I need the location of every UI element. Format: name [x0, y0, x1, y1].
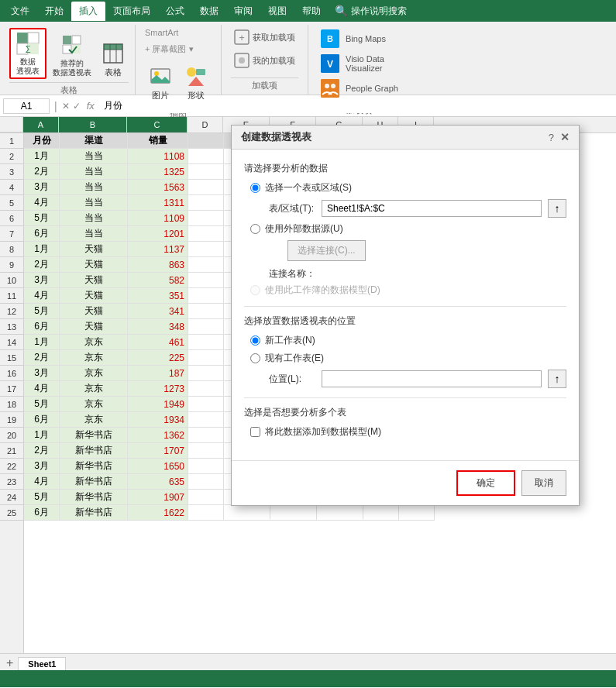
row-header-6[interactable]: 6: [0, 211, 23, 226]
cell-13-B[interactable]: 天猫: [60, 319, 128, 335]
cell-25-G[interactable]: [317, 505, 363, 521]
cell-17-B[interactable]: 京东: [60, 381, 128, 397]
external-source-radio[interactable]: [250, 224, 260, 234]
name-box[interactable]: [3, 98, 50, 114]
cell-20-C[interactable]: 1362: [128, 428, 188, 443]
cell-6-D[interactable]: [188, 211, 224, 226]
cell-5-A[interactable]: 4月: [24, 195, 60, 211]
cell-21-A[interactable]: 2月: [24, 443, 60, 459]
formula-input[interactable]: [101, 99, 613, 113]
cell-19-A[interactable]: 6月: [24, 412, 60, 428]
row-header-19[interactable]: 19: [0, 412, 23, 428]
cell-20-A[interactable]: 1月: [24, 428, 60, 443]
table-range-input[interactable]: [322, 200, 542, 217]
cell-17-C[interactable]: 1273: [128, 381, 188, 397]
row-header-10[interactable]: 10: [0, 273, 23, 288]
row-header-8[interactable]: 8: [0, 242, 23, 257]
cell-14-A[interactable]: 1月: [24, 335, 60, 350]
cell-21-B[interactable]: 新华书店: [60, 443, 128, 459]
cell-8-B[interactable]: 天猫: [60, 242, 128, 257]
cell-12-D[interactable]: [188, 304, 224, 319]
cell-22-C[interactable]: 1650: [128, 459, 188, 474]
cell-25-F[interactable]: [270, 505, 317, 521]
select-connection-button[interactable]: 选择连接(C)...: [287, 240, 366, 261]
cell-3-A[interactable]: 2月: [24, 164, 60, 180]
cell-23-D[interactable]: [188, 474, 224, 490]
cell-20-D[interactable]: [188, 428, 224, 443]
cell-21-D[interactable]: [188, 443, 224, 459]
cell-13-A[interactable]: 6月: [24, 319, 60, 335]
cell-9-B[interactable]: 天猫: [60, 257, 128, 273]
visio-button[interactable]: V Visio DataVisualizer: [318, 53, 387, 74]
add-sheet-button[interactable]: +: [3, 656, 16, 670]
cell-7-C[interactable]: 1201: [128, 226, 188, 242]
cell-5-D[interactable]: [188, 195, 224, 211]
cell-7-B[interactable]: 当当: [60, 226, 128, 242]
cell-10-B[interactable]: 天猫: [60, 273, 128, 288]
cell-19-C[interactable]: 1934: [128, 412, 188, 428]
cell-15-D[interactable]: [188, 350, 224, 366]
cell-15-A[interactable]: 2月: [24, 350, 60, 366]
table-button[interactable]: 表格: [98, 40, 129, 79]
row-header-25[interactable]: 25: [0, 505, 23, 521]
cell-15-B[interactable]: 京东: [60, 350, 128, 366]
cell-22-D[interactable]: [188, 459, 224, 474]
existing-sheet-radio[interactable]: [250, 353, 260, 363]
cell-10-C[interactable]: 582: [128, 273, 188, 288]
people-graph-button[interactable]: People Graph: [318, 77, 401, 99]
cell-14-B[interactable]: 京东: [60, 335, 128, 350]
location-picker-button[interactable]: ↑: [548, 370, 566, 388]
cell-19-B[interactable]: 京东: [60, 412, 128, 428]
cell-6-C[interactable]: 1109: [128, 211, 188, 226]
shape-button[interactable]: 形状: [181, 63, 212, 102]
cell-22-B[interactable]: 新华书店: [60, 459, 128, 474]
close-button[interactable]: ✕: [560, 131, 570, 143]
location-input[interactable]: [322, 370, 542, 387]
table-range-picker-button[interactable]: ↑: [548, 199, 566, 218]
col-header-b[interactable]: B: [59, 117, 127, 132]
cell-24-B[interactable]: 新华书店: [60, 490, 128, 505]
cell-2-C[interactable]: 1108: [128, 149, 188, 164]
cell-25-A[interactable]: 6月: [24, 505, 60, 521]
cell-25-E[interactable]: [224, 505, 270, 521]
cell-10-D[interactable]: [188, 273, 224, 288]
cell-13-C[interactable]: 348: [128, 319, 188, 335]
sheet-tab-1[interactable]: Sheet1: [18, 657, 66, 670]
cell-21-C[interactable]: 1707: [128, 443, 188, 459]
cell-20-B[interactable]: 新华书店: [60, 428, 128, 443]
cell-12-C[interactable]: 341: [128, 304, 188, 319]
cell-18-A[interactable]: 5月: [24, 397, 60, 412]
cell-12-B[interactable]: 天猫: [60, 304, 128, 319]
cell-19-D[interactable]: [188, 412, 224, 428]
cell-11-A[interactable]: 4月: [24, 288, 60, 304]
row-header-23[interactable]: 23: [0, 474, 23, 490]
cell-14-D[interactable]: [188, 335, 224, 350]
cell-18-D[interactable]: [188, 397, 224, 412]
menu-review[interactable]: 审阅: [226, 2, 260, 21]
cell-3-C[interactable]: 1325: [128, 164, 188, 180]
search-bar[interactable]: 🔍 操作说明搜索: [335, 5, 407, 18]
row-header-7[interactable]: 7: [0, 226, 23, 242]
cell-16-D[interactable]: [188, 366, 224, 381]
cell-9-A[interactable]: 2月: [24, 257, 60, 273]
cell-11-C[interactable]: 351: [128, 288, 188, 304]
cell-5-B[interactable]: 当当: [60, 195, 128, 211]
menu-help[interactable]: 帮助: [294, 2, 329, 21]
menu-page-layout[interactable]: 页面布局: [105, 2, 158, 21]
cell-17-A[interactable]: 4月: [24, 381, 60, 397]
cell-13-D[interactable]: [188, 319, 224, 335]
cell-8-C[interactable]: 1137: [128, 242, 188, 257]
get-addins-button[interactable]: + 获取加载项: [231, 28, 298, 46]
cell-24-C[interactable]: 1907: [128, 490, 188, 505]
row-header-12[interactable]: 12: [0, 304, 23, 319]
cell-23-C[interactable]: 635: [128, 474, 188, 490]
cell-25-B[interactable]: 新华书店: [60, 505, 128, 521]
cell-22-A[interactable]: 3月: [24, 459, 60, 474]
row-header-14[interactable]: 14: [0, 335, 23, 350]
row-header-16[interactable]: 16: [0, 366, 23, 381]
cell-1-D[interactable]: [188, 133, 224, 149]
cell-16-A[interactable]: 3月: [24, 366, 60, 381]
cell-16-C[interactable]: 187: [128, 366, 188, 381]
cell-25-H[interactable]: [363, 505, 399, 521]
row-header-18[interactable]: 18: [0, 397, 23, 412]
